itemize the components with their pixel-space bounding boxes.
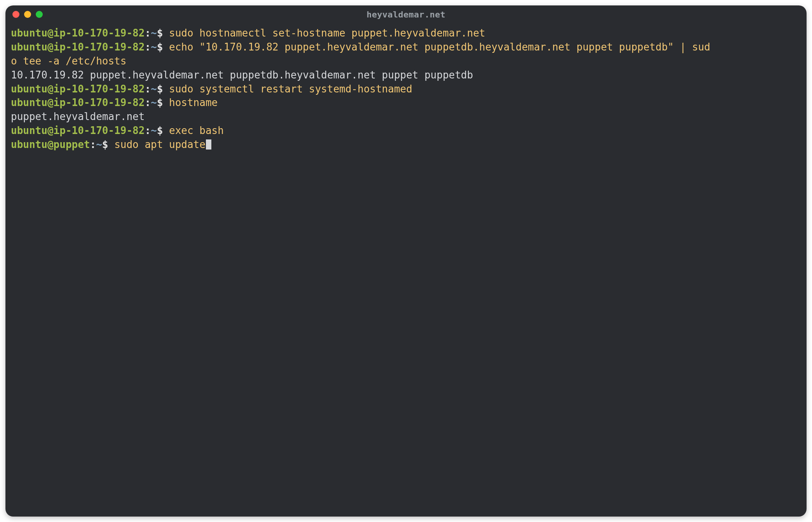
window-title: heyvaldemar.net bbox=[5, 10, 807, 19]
prompt-dollar: $ bbox=[157, 41, 169, 53]
prompt-cwd: ~ bbox=[151, 97, 157, 108]
terminal-line: ubuntu@ip-10-170-19-82:~$ sudo hostnamec… bbox=[11, 26, 801, 40]
terminal-line: ubuntu@puppet:~$ sudo apt update bbox=[11, 138, 801, 152]
prompt-dollar: $ bbox=[157, 125, 169, 136]
prompt-user-host: ubuntu@ip-10-170-19-82 bbox=[11, 41, 145, 53]
prompt-user-host: ubuntu@ip-10-170-19-82 bbox=[11, 27, 145, 39]
command-text: sudo hostnamectl set-hostname puppet.hey… bbox=[169, 27, 485, 39]
prompt-cwd: ~ bbox=[151, 27, 157, 39]
prompt-user-host: ubuntu@puppet bbox=[11, 139, 90, 150]
prompt-cwd: ~ bbox=[151, 125, 157, 136]
prompt-cwd: ~ bbox=[151, 83, 157, 95]
terminal-line: o tee -a /etc/hosts bbox=[11, 54, 801, 68]
prompt-user-host: ubuntu@ip-10-170-19-82 bbox=[11, 83, 145, 95]
prompt-dollar: $ bbox=[157, 97, 169, 108]
command-text: sudo apt update bbox=[114, 139, 206, 150]
terminal-window: heyvaldemar.net ubuntu@ip-10-170-19-82:~… bbox=[5, 5, 807, 517]
prompt-dollar: $ bbox=[157, 83, 169, 95]
minimize-icon[interactable] bbox=[24, 11, 31, 18]
command-text: echo "10.170.19.82 puppet.heyvaldemar.ne… bbox=[169, 41, 710, 53]
command-continuation: o tee -a /etc/hosts bbox=[11, 55, 126, 67]
terminal-line: 10.170.19.82 puppet.heyvaldemar.net pupp… bbox=[11, 68, 801, 82]
cursor-icon bbox=[206, 139, 211, 150]
prompt-user-host: ubuntu@ip-10-170-19-82 bbox=[11, 125, 145, 136]
zoom-icon[interactable] bbox=[36, 11, 43, 18]
command-text: hostname bbox=[169, 97, 218, 108]
title-bar: heyvaldemar.net bbox=[5, 5, 807, 23]
terminal-line: ubuntu@ip-10-170-19-82:~$ sudo systemctl… bbox=[11, 82, 801, 96]
terminal-line: ubuntu@ip-10-170-19-82:~$ hostname bbox=[11, 96, 801, 110]
prompt-colon: : bbox=[145, 83, 151, 95]
terminal-line: puppet.heyvaldemar.net bbox=[11, 110, 801, 124]
terminal-line: ubuntu@ip-10-170-19-82:~$ exec bash bbox=[11, 124, 801, 138]
output-text: puppet.heyvaldemar.net bbox=[11, 111, 145, 122]
prompt-colon: : bbox=[145, 27, 151, 39]
prompt-cwd: ~ bbox=[151, 41, 157, 53]
prompt-dollar: $ bbox=[102, 139, 114, 150]
prompt-cwd: ~ bbox=[96, 139, 102, 150]
terminal-line: ubuntu@ip-10-170-19-82:~$ echo "10.170.1… bbox=[11, 40, 801, 54]
command-text: sudo systemctl restart systemd-hostnamed bbox=[169, 83, 412, 95]
prompt-colon: : bbox=[145, 41, 151, 53]
traffic-lights bbox=[12, 11, 43, 18]
prompt-colon: : bbox=[90, 139, 96, 150]
output-text: 10.170.19.82 puppet.heyvaldemar.net pupp… bbox=[11, 69, 473, 81]
close-icon[interactable] bbox=[12, 11, 19, 18]
prompt-user-host: ubuntu@ip-10-170-19-82 bbox=[11, 97, 145, 108]
prompt-colon: : bbox=[145, 97, 151, 108]
prompt-dollar: $ bbox=[157, 27, 169, 39]
command-text: exec bash bbox=[169, 125, 224, 136]
prompt-colon: : bbox=[145, 125, 151, 136]
terminal-body[interactable]: ubuntu@ip-10-170-19-82:~$ sudo hostnamec… bbox=[5, 23, 807, 157]
